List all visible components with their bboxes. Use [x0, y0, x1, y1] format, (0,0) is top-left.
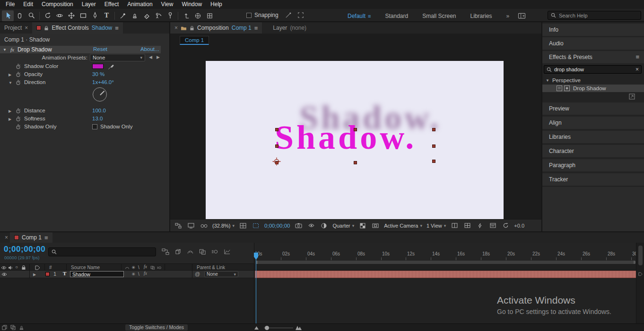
camera-tool-button[interactable] — [53, 10, 65, 21]
frame-blending-icon[interactable] — [199, 248, 206, 255]
layer-visibility-eye-icon[interactable] — [1, 272, 7, 276]
local-axis-mode-button[interactable] — [180, 10, 192, 21]
workspace-libraries[interactable]: Libraries — [470, 13, 492, 19]
layer-collapse-switch[interactable]: ✳ — [131, 272, 135, 277]
panel-menu-icon[interactable]: ≡ — [635, 51, 639, 63]
tab-layer[interactable]: Layer (none) — [269, 22, 311, 34]
panel-header-preview[interactable]: Preview — [542, 102, 644, 115]
clear-search-icon[interactable]: × — [635, 66, 639, 73]
workspace-default[interactable]: Default ≡ — [348, 13, 371, 19]
stopwatch-icon[interactable] — [16, 124, 21, 130]
fx-switch-icon[interactable]: fx — [144, 264, 147, 269]
shape-tool-button[interactable] — [77, 10, 89, 21]
shadow-color-swatch[interactable] — [92, 64, 104, 69]
roto-brush-tool-button[interactable] — [152, 10, 164, 21]
panel-header-audio[interactable]: Audio — [542, 37, 644, 50]
number-column-header[interactable]: # — [49, 265, 52, 270]
selection-handle[interactable] — [354, 161, 357, 164]
workspace-menu-icon[interactable]: ≡ — [368, 13, 371, 19]
panel-menu-icon[interactable]: ≡ — [44, 234, 48, 241]
timeline-time-ruler[interactable]: 0s 02s 04s 06s 08s 10s 12s 14s 16s 18s 2… — [254, 243, 636, 261]
text-layer-shadow[interactable]: Shadow. — [275, 120, 417, 154]
effect-header-drop-shadow[interactable]: ▼ fx Drop Shadow — [0, 46, 161, 53]
current-timecode[interactable]: 0;00;00;00 — [4, 245, 45, 254]
selection-handle[interactable] — [432, 128, 435, 131]
puppet-pin-tool-button[interactable] — [164, 10, 176, 21]
close-icon[interactable]: × — [25, 25, 28, 31]
draft-3d-icon[interactable] — [174, 248, 182, 255]
panel-header-paragraph[interactable]: Paragraph — [542, 159, 644, 171]
show-snapshot-eye-icon[interactable] — [307, 221, 315, 230]
mini-flowchart-icon[interactable] — [162, 248, 169, 255]
rotation-tool-button[interactable] — [42, 10, 53, 21]
graph-editor-icon[interactable] — [224, 248, 231, 255]
twirl-open-icon[interactable]: ▼ — [546, 78, 549, 83]
panel-header-align[interactable]: Align — [542, 117, 644, 129]
layer-label-color-swatch[interactable] — [45, 272, 50, 276]
tab-composition[interactable]: × Composition Comp 1 ≡ — [170, 22, 262, 34]
monitor-icon[interactable] — [187, 221, 195, 230]
panel-header-libraries[interactable]: Libraries — [542, 131, 644, 143]
effects-group-perspective[interactable]: ▼ Perspective — [542, 76, 644, 84]
selection-handle[interactable] — [432, 144, 435, 148]
pen-tool-button[interactable] — [89, 10, 101, 21]
safe-margins-icon[interactable] — [239, 221, 247, 230]
zoom-out-mountain-icon[interactable] — [254, 326, 259, 330]
preview-timecode[interactable]: 0;00;00;00 — [264, 223, 290, 229]
pixel-aspect-icon[interactable] — [371, 221, 380, 230]
stopwatch-icon[interactable] — [16, 80, 21, 85]
direction-dial[interactable] — [93, 87, 107, 102]
brush-tool-button[interactable] — [117, 10, 129, 21]
tab-timeline-comp1[interactable]: Comp 1 ≡ — [10, 232, 52, 243]
stamp-icon[interactable] — [19, 325, 24, 330]
twirl-closed-icon[interactable]: ▶ — [9, 73, 11, 77]
preset-next-button[interactable]: ▶ — [157, 55, 160, 59]
scrollbar-handle[interactable] — [638, 246, 643, 265]
lock-icon[interactable] — [44, 25, 49, 31]
layer-quality-switch[interactable]: \ — [138, 272, 139, 277]
timeline-vertical-scrollbar[interactable] — [636, 243, 644, 323]
menu-effect[interactable]: Effect — [100, 0, 123, 9]
twirl-open-icon[interactable]: ▼ — [3, 48, 7, 52]
effects-presets-search-input[interactable] — [554, 67, 633, 72]
new-panel-grip-icon[interactable] — [629, 93, 635, 100]
menu-animation[interactable]: Animation — [123, 0, 157, 9]
workspace-standard[interactable]: Standard — [385, 13, 408, 19]
preset-previous-button[interactable]: ◀ — [149, 55, 152, 59]
workspace-small-screen[interactable]: Small Screen — [422, 13, 456, 19]
motion-blur-icon[interactable] — [211, 248, 218, 255]
selection-handle[interactable] — [275, 144, 278, 148]
audio-column-speaker-icon[interactable] — [8, 265, 13, 270]
label-column-icon[interactable] — [35, 265, 40, 270]
lock-column-icon[interactable] — [21, 265, 26, 270]
layer-twirl-icon[interactable]: ▶ — [33, 272, 36, 277]
twirl-closed-icon[interactable]: ▶ — [9, 117, 11, 121]
hide-shy-icon[interactable] — [187, 248, 194, 255]
snap-along-edges-icon[interactable] — [285, 12, 292, 18]
view-layout-select[interactable]: 1 View ▾ — [426, 223, 446, 229]
stopwatch-icon[interactable] — [16, 72, 21, 77]
playhead-line[interactable] — [256, 251, 256, 323]
glasses-icon[interactable] — [200, 221, 208, 230]
camera-select[interactable]: Active Camera ▾ — [384, 223, 422, 229]
exposure-value[interactable]: +0.0 — [514, 223, 524, 229]
tab-project[interactable]: Project × — [0, 22, 32, 34]
composition-canvas[interactable]: Shadow. — [206, 61, 504, 228]
stopwatch-icon[interactable] — [16, 116, 21, 122]
share-view-icon[interactable] — [450, 221, 459, 230]
quality-switch-icon[interactable]: \ — [138, 265, 139, 270]
workspace-switcher-icon[interactable] — [518, 12, 526, 19]
copy-icon[interactable] — [10, 325, 16, 330]
tab-effect-controls[interactable]: Effect Controls Shadow ≡ — [32, 22, 122, 34]
frame-blend-switch-icon[interactable] — [150, 265, 155, 270]
parent-link-column-header[interactable]: Parent & Link — [197, 265, 225, 270]
softness-value[interactable]: 13.0 — [92, 116, 103, 121]
workspace-overflow-button[interactable]: » — [506, 13, 510, 19]
close-icon[interactable]: × — [174, 25, 178, 31]
menu-help[interactable]: Help — [206, 0, 226, 9]
shy-switch-icon[interactable] — [125, 265, 130, 270]
menu-composition[interactable]: Composition — [37, 0, 78, 9]
selection-handle[interactable] — [432, 160, 435, 163]
effect-about-link[interactable]: About... — [140, 46, 159, 52]
opacity-value[interactable]: 30 % — [92, 71, 104, 77]
